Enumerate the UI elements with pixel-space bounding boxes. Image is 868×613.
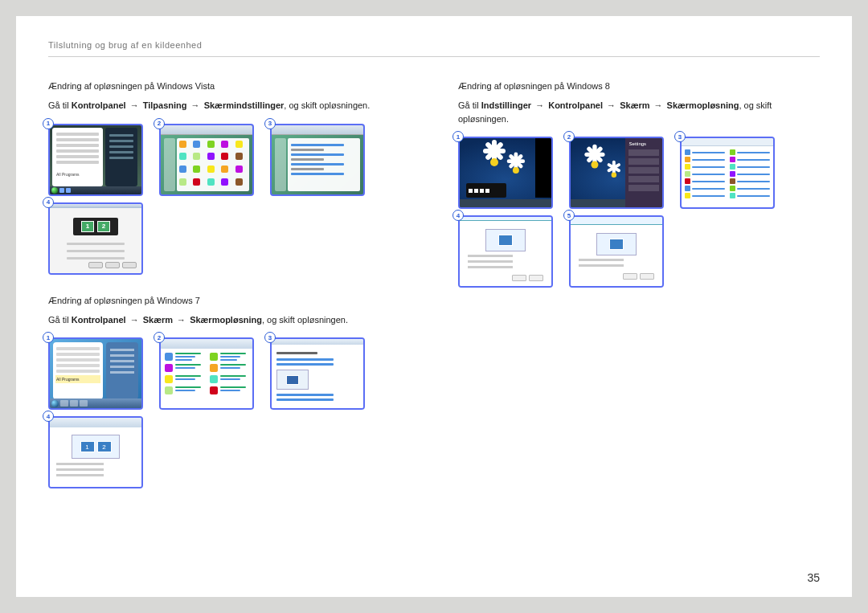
badge-number: 2 <box>563 131 575 142</box>
right-column: Ændring af opløsningen på Windows 8 Gå t… <box>458 81 820 509</box>
win8-thumb-1: 1 <box>458 137 553 209</box>
section-title-vista: Ændring af opløsningen på Windows Vista <box>48 81 410 91</box>
section-desc-win7: Gå til Kontrolpanel → Skærm → Skærmopløs… <box>48 313 410 327</box>
content-columns: Ændring af opløsningen på Windows Vista … <box>48 81 820 509</box>
arrow-icon: → <box>130 313 139 327</box>
badge-number: 1 <box>43 118 54 129</box>
section-win8: Ændring af opløsningen på Windows 8 Gå t… <box>458 81 820 288</box>
win8-thumbs-row2: 4 5 <box>458 215 820 288</box>
vista-thumb-4: 4 12 <box>48 202 143 275</box>
section-desc-win8: Gå til Indstillinger → Kontrolpanel → Sk… <box>458 99 820 125</box>
badge-number: 2 <box>154 332 165 343</box>
arrow-icon: → <box>607 99 616 112</box>
arrow-icon: → <box>191 99 200 112</box>
vista-thumb-3: 3 <box>270 124 365 196</box>
win7-thumb-4: 4 12 <box>48 416 143 488</box>
arrow-icon: → <box>177 313 186 327</box>
badge-number: 5 <box>563 210 575 221</box>
section-win7: Ændring af opløsningen på Windows 7 Gå t… <box>48 296 410 489</box>
win7-thumb-3: 3 <box>270 337 365 410</box>
win7-thumb-1: 1 All Programs <box>48 337 143 410</box>
section-desc-vista: Gå til Kontrolpanel → Tilpasning → Skærm… <box>48 99 410 112</box>
win7-thumb-2: 2 <box>159 337 254 410</box>
win8-thumb-2: 2 <box>569 137 664 209</box>
badge-number: 4 <box>452 210 464 221</box>
badge-number: 4 <box>43 411 54 422</box>
win8-thumbs-row1: 1 <box>458 137 820 209</box>
vista-thumbs-row1: 1 All Programs <box>48 124 410 196</box>
vista-thumb-2: 2 <box>159 124 254 196</box>
badge-number: 4 <box>43 197 54 208</box>
arrow-icon: → <box>535 99 544 112</box>
vista-thumb-1: 1 All Programs <box>48 124 143 196</box>
win7-thumbs-row2: 4 12 <box>48 416 410 488</box>
arrow-icon: → <box>654 99 663 112</box>
badge-number: 2 <box>154 118 165 129</box>
section-vista: Ændring af opløsningen på Windows Vista … <box>48 81 410 275</box>
badge-number: 3 <box>674 131 686 142</box>
badge-number: 3 <box>264 118 276 129</box>
badge-number: 1 <box>452 131 464 142</box>
badge-number: 3 <box>264 332 276 343</box>
badge-number: 1 <box>43 332 54 343</box>
page-header: Tilslutning og brug af en kildeenhed <box>48 40 820 57</box>
win8-thumb-5: 5 <box>569 215 664 288</box>
document-page: Tilslutning og brug af en kildeenhed Ænd… <box>16 16 852 597</box>
arrow-icon: → <box>130 99 139 112</box>
win8-thumb-3: 3 <box>680 137 775 209</box>
win8-thumb-4: 4 <box>458 215 553 288</box>
win7-thumbs-row1: 1 All Programs <box>48 337 410 410</box>
left-column: Ændring af opløsningen på Windows Vista … <box>48 81 410 509</box>
section-title-win7: Ændring af opløsningen på Windows 7 <box>48 296 410 305</box>
vista-thumbs-row2: 4 12 <box>48 202 410 275</box>
page-number: 35 <box>807 571 820 584</box>
section-title-win8: Ændring af opløsningen på Windows 8 <box>458 81 820 91</box>
